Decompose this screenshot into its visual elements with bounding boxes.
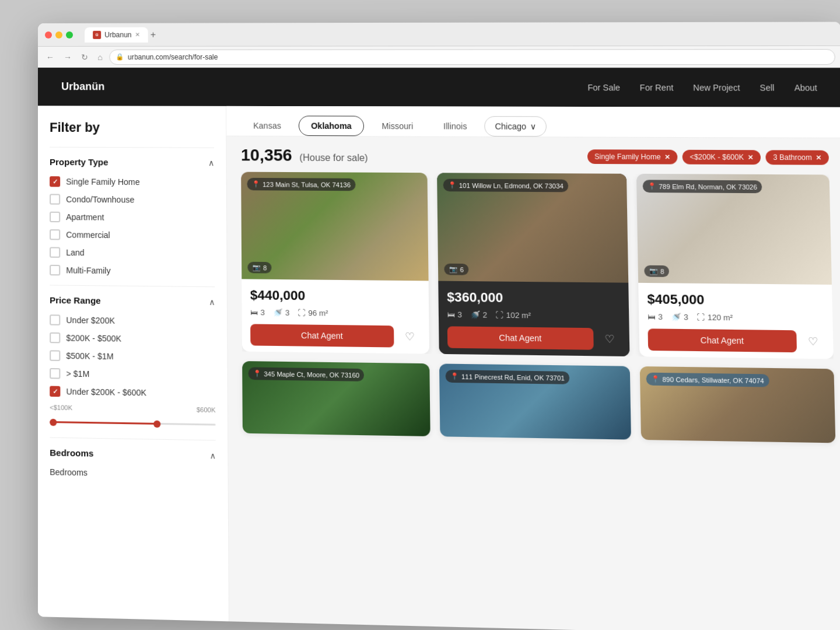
checkbox-over1m[interactable]: > $1M bbox=[50, 368, 215, 381]
bed-icon-3: 🛏 bbox=[648, 312, 656, 321]
area-icon-2: ⛶ bbox=[496, 310, 504, 320]
card-price-3: $405,000 bbox=[647, 292, 824, 309]
card-actions-2: Chat Agent ♡ bbox=[447, 326, 621, 350]
checkbox-500k-1m-label: $500K - $1M bbox=[66, 351, 113, 361]
checkbox-custom-range-label: Under $200K - $600K bbox=[66, 387, 147, 397]
refresh-button[interactable]: ↻ bbox=[79, 51, 90, 62]
location-dropdown[interactable]: Chicago ∨ bbox=[485, 116, 547, 136]
favorite-button-1[interactable]: ♡ bbox=[398, 326, 421, 348]
checkbox-over1m-input[interactable] bbox=[50, 368, 60, 379]
checkbox-apartment[interactable]: Apartment bbox=[50, 212, 215, 223]
content-area: Kansas Oklahoma Missouri Illinois Chicag… bbox=[226, 106, 840, 630]
card-actions-1: Chat Agent ♡ bbox=[250, 324, 421, 348]
browser-tab[interactable]: ü Urbanun ✕ bbox=[85, 27, 148, 42]
property-image-2: 📍 101 Willow Ln, Edmond, OK 73034 📷 6 bbox=[437, 173, 628, 282]
photo-count-3: 📷 8 bbox=[644, 265, 669, 277]
forward-button[interactable]: → bbox=[61, 51, 74, 62]
fullscreen-button[interactable] bbox=[66, 31, 73, 38]
remove-filter-bathroom[interactable]: ✕ bbox=[816, 153, 821, 162]
tab-oklahoma[interactable]: Oklahoma bbox=[298, 116, 364, 136]
favorite-button-2[interactable]: ♡ bbox=[598, 328, 621, 350]
beds-spec-2: 🛏 3 bbox=[447, 310, 462, 319]
checkbox-apartment-input[interactable] bbox=[50, 212, 60, 222]
property-card-1: 📍 123 Main St, Tulsa, OK 74136 📷 8 $440,… bbox=[241, 172, 429, 354]
favorite-button-3[interactable]: ♡ bbox=[802, 330, 825, 352]
home-button[interactable]: ⌂ bbox=[95, 51, 105, 62]
chevron-down-icon: ∨ bbox=[530, 122, 536, 131]
tab-close-icon[interactable]: ✕ bbox=[135, 32, 140, 38]
tab-illinois[interactable]: Illinois bbox=[430, 116, 480, 136]
top-nav: Urbanün For Sale For Rent New Project Se… bbox=[38, 68, 840, 107]
nav-about[interactable]: About bbox=[794, 83, 817, 93]
camera-icon-3: 📷 bbox=[649, 267, 658, 275]
checkbox-under200k[interactable]: Under $200K bbox=[50, 314, 215, 327]
nav-for-sale[interactable]: For Sale bbox=[587, 82, 620, 92]
checkbox-custom-range-input[interactable] bbox=[50, 386, 60, 397]
bedrooms-sub-label: Bedrooms bbox=[50, 467, 88, 478]
checkbox-under200k-input[interactable] bbox=[50, 314, 60, 326]
back-button[interactable]: ← bbox=[44, 51, 57, 62]
checkbox-multi-family-input[interactable] bbox=[50, 265, 60, 275]
chat-agent-button-2[interactable]: Chat Agent bbox=[447, 326, 594, 349]
location-pin-icon-6: 📍 bbox=[651, 375, 660, 383]
property-card-6: 📍 890 Cedars, Stillwater, OK 74074 bbox=[640, 366, 836, 443]
range-fill bbox=[50, 421, 157, 425]
minimize-button[interactable] bbox=[55, 31, 62, 38]
nav-items: For Sale For Rent New Project Sell About bbox=[587, 82, 817, 92]
area-spec-3: ⛶ 120 m² bbox=[697, 313, 733, 322]
checkbox-land[interactable]: Land bbox=[50, 247, 215, 259]
checkbox-multi-family[interactable]: Multi-Family bbox=[50, 265, 215, 277]
checkbox-500k-1m[interactable]: $500K - $1M bbox=[50, 350, 215, 363]
checkbox-condo[interactable]: Condo/Townhouse bbox=[50, 194, 215, 205]
checkbox-condo-input[interactable] bbox=[50, 194, 60, 204]
traffic-lights bbox=[45, 31, 73, 38]
property-address-4: 📍 345 Maple Ct, Moore, OK 73160 bbox=[248, 367, 364, 381]
results-count-container: 10,356 (House for sale) bbox=[241, 146, 368, 166]
nav-new-project[interactable]: New Project bbox=[693, 83, 740, 93]
results-area: 10,356 (House for sale) Single Family Ho… bbox=[226, 136, 840, 630]
tab-kansas[interactable]: Kansas bbox=[241, 116, 294, 136]
price-range-slider[interactable] bbox=[50, 416, 215, 430]
checkbox-custom-range[interactable]: Under $200K - $600K bbox=[50, 386, 215, 400]
location-pin-icon-2: 📍 bbox=[448, 181, 457, 189]
filter-tag-bathroom[interactable]: 3 Bathroom ✕ bbox=[765, 150, 829, 164]
results-label: (House for sale) bbox=[299, 152, 368, 163]
remove-filter-price[interactable]: ✕ bbox=[747, 153, 753, 162]
card-specs-3: 🛏 3 🚿 3 ⛶ 120 m² bbox=[648, 312, 824, 323]
remove-filter-single-family[interactable]: ✕ bbox=[664, 153, 670, 161]
property-address-6: 📍 890 Cedars, Stillwater, OK 74074 bbox=[646, 373, 769, 387]
property-type-header[interactable]: Property Type ∧ bbox=[50, 157, 214, 167]
property-image-4: 📍 345 Maple Ct, Moore, OK 73160 bbox=[242, 361, 430, 436]
chat-agent-button-1[interactable]: Chat Agent bbox=[250, 324, 394, 347]
location-tabs: Kansas Oklahoma Missouri Illinois Chicag… bbox=[226, 106, 840, 138]
property-card-2: 📍 101 Willow Ln, Edmond, OK 73034 📷 6 $3… bbox=[437, 173, 629, 356]
property-image-6: 📍 890 Cedars, Stillwater, OK 74074 bbox=[640, 366, 836, 443]
baths-spec-2: 🚿 2 bbox=[470, 310, 487, 320]
checkbox-200k-500k-label: $200K - $500K bbox=[66, 333, 121, 343]
nav-sell[interactable]: Sell bbox=[760, 83, 774, 93]
close-button[interactable] bbox=[45, 31, 52, 38]
checkbox-commercial[interactable]: Commercial bbox=[50, 229, 215, 241]
property-type-title: Property Type bbox=[50, 157, 108, 167]
checkbox-500k-1m-input[interactable] bbox=[50, 350, 60, 361]
range-thumb-left[interactable] bbox=[50, 419, 57, 426]
new-tab-button[interactable]: + bbox=[150, 29, 156, 40]
nav-for-rent[interactable]: For Rent bbox=[640, 82, 674, 92]
address-bar[interactable]: 🔒 urbanun.com/search/for-sale bbox=[110, 49, 835, 65]
checkbox-land-input[interactable] bbox=[50, 247, 60, 257]
range-thumb-right[interactable] bbox=[153, 421, 160, 428]
checkbox-200k-500k[interactable]: $200K - $500K bbox=[50, 332, 215, 345]
brand-logo: Urbanün bbox=[61, 80, 104, 93]
filter-tag-single-family[interactable]: Single Family Home ✕ bbox=[587, 149, 677, 164]
property-address-1: 📍 123 Main St, Tulsa, OK 74136 bbox=[247, 178, 355, 191]
chat-agent-button-3[interactable]: Chat Agent bbox=[648, 328, 797, 352]
checkbox-200k-500k-input[interactable] bbox=[50, 332, 60, 344]
checkbox-multi-family-label: Multi-Family bbox=[66, 265, 110, 275]
checkbox-single-family-input[interactable] bbox=[50, 176, 60, 187]
tab-missouri[interactable]: Missouri bbox=[369, 116, 426, 136]
checkbox-commercial-input[interactable] bbox=[50, 229, 60, 240]
price-range-header[interactable]: Price Range ∧ bbox=[50, 295, 215, 307]
filter-tag-price[interactable]: <$200K - $600K ✕ bbox=[682, 150, 761, 164]
bedrooms-header[interactable]: Bedrooms ∧ bbox=[50, 447, 216, 460]
checkbox-single-family[interactable]: Single Family Home bbox=[50, 176, 214, 188]
